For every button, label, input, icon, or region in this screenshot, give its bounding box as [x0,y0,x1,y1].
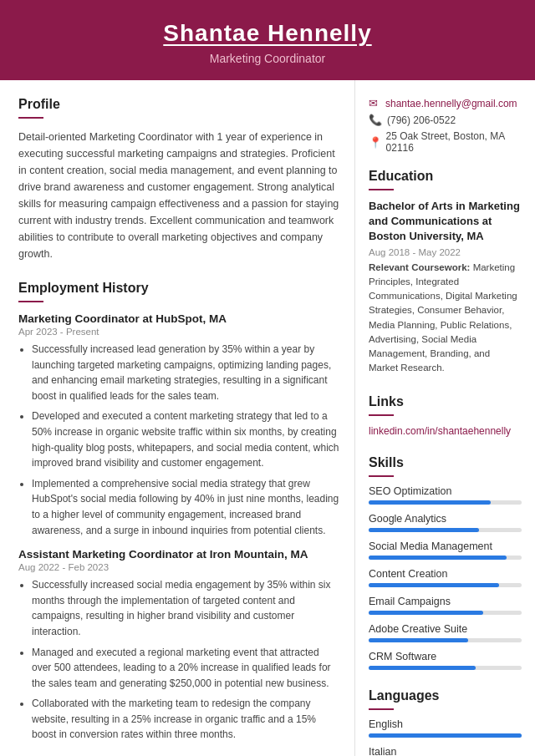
job-date-2: Aug 2022 - Feb 2023 [18,562,339,572]
skill-item: Google Analytics [369,513,522,532]
skill-bar-fill [369,611,483,615]
education-title: Education [369,169,522,184]
skill-bar-fill [369,666,476,670]
employment-section: Employment History Marketing Coordinator… [18,281,339,743]
skill-bar-fill [369,556,507,560]
skills-list: SEO Optimization Google Analytics Social… [369,485,522,670]
language-name: English [369,718,522,730]
edu-date: Aug 2018 - May 2022 [369,247,522,257]
job-item: Assistant Marketing Coordinator at Iron … [18,548,339,743]
email-link[interactable]: shantae.hennelly@gmail.com [385,98,517,109]
contact-phone-row: 📞 (796) 206-0522 [369,114,522,126]
skill-item: SEO Optimization [369,485,522,505]
candidate-title: Marketing Coordinator [17,52,518,65]
languages-section: Languages English Italian [369,688,522,756]
skill-name: Content Creation [369,568,522,580]
profile-divider [18,117,43,119]
skill-item: Social Media Management [369,540,522,560]
skill-bar-bg [369,500,522,505]
email-icon: ✉ [369,97,380,109]
location-icon: 📍 [369,136,381,149]
languages-list: English Italian [369,718,522,756]
skill-item: Adobe Creative Suite [369,623,522,642]
links-title: Links [369,394,522,409]
skill-bar-fill [369,638,468,642]
contact-section: ✉ shantae.hennelly@gmail.com 📞 (796) 206… [369,97,522,154]
skill-bar-fill [369,500,491,505]
job-title-2: Assistant Marketing Coordinator at Iron … [18,548,339,561]
edu-coursework: Relevant Coursework: Marketing Principle… [369,261,522,376]
job-title-1: Marketing Coordinator at HubSpot, MA [18,312,339,325]
skill-name: Google Analytics [369,513,522,525]
language-bar-fill [369,733,522,738]
skill-name: Social Media Management [369,540,522,552]
skills-section: Skills SEO Optimization Google Analytics… [369,455,522,670]
language-bar-bg [369,733,522,738]
skill-bar-bg [369,528,522,532]
list-item: Collaborated with the marketing team to … [32,696,339,743]
job-bullets-2: Successfully increased social media enga… [18,577,339,743]
contact-phone: (796) 206-0522 [387,114,456,126]
job-bullets-1: Successfully increased lead generation b… [18,342,339,538]
education-section: Education Bachelor of Arts in Marketing … [369,169,522,376]
skill-bar-bg [369,556,522,560]
coursework-text: Marketing Principles, Integrated Communi… [369,262,517,373]
contact-address-row: 📍 25 Oak Street, Boston, MA 02116 [369,130,522,154]
links-section: Links linkedin.com/in/shantaehennelly [369,394,522,437]
job-date-1: Apr 2023 - Present [18,327,339,337]
skill-bar-bg [369,666,522,670]
profile-title: Profile [18,97,339,112]
candidate-name: Shantae Hennelly [17,20,518,47]
skill-name: Adobe Creative Suite [369,623,522,635]
right-column: ✉ shantae.hennelly@gmail.com 📞 (796) 206… [355,80,535,756]
phone-icon: 📞 [369,114,382,126]
left-column: Profile Detail-oriented Marketing Coordi… [0,80,355,756]
skills-title: Skills [369,455,522,470]
languages-divider [369,708,394,710]
list-item: Successfully increased social media enga… [32,577,339,639]
links-divider [369,414,394,416]
skill-item: Email Campaigns [369,596,522,615]
contact-email-row: ✉ shantae.hennelly@gmail.com [369,97,522,109]
skill-bar-fill [369,583,499,587]
skill-name: CRM Software [369,651,522,662]
language-name: Italian [369,746,522,756]
skill-name: SEO Optimization [369,485,522,497]
job-item: Marketing Coordinator at HubSpot, MA Apr… [18,312,339,538]
coursework-label: Relevant Coursework: [369,262,470,272]
contact-address: 25 Oak Street, Boston, MA 02116 [386,130,522,154]
skill-bar-bg [369,611,522,615]
employment-divider [18,301,43,302]
language-item: English [369,718,522,738]
header: Shantae Hennelly Marketing Coordinator [0,0,535,80]
skills-divider [369,475,394,477]
body-layout: Profile Detail-oriented Marketing Coordi… [0,80,535,756]
list-item: Implemented a comprehensive social media… [32,476,339,538]
skill-item: Content Creation [369,568,522,587]
skill-name: Email Campaigns [369,596,522,607]
profile-text: Detail-oriented Marketing Coordinator wi… [18,129,339,262]
skill-bar-bg [369,638,522,642]
linkedin-link[interactable]: linkedin.com/in/shantaehennelly [369,425,511,437]
list-item: Managed and executed a regional marketin… [32,645,339,692]
profile-section: Profile Detail-oriented Marketing Coordi… [18,97,339,262]
skill-item: CRM Software [369,651,522,670]
list-item: Successfully increased lead generation b… [32,342,339,403]
list-item: Developed and executed a content marketi… [32,408,339,470]
skill-bar-bg [369,583,522,587]
edu-degree: Bachelor of Arts in Marketing and Commun… [369,199,522,245]
languages-title: Languages [369,688,522,703]
skill-bar-fill [369,528,479,532]
language-item: Italian [369,746,522,756]
education-divider [369,189,394,190]
employment-title: Employment History [18,281,339,296]
